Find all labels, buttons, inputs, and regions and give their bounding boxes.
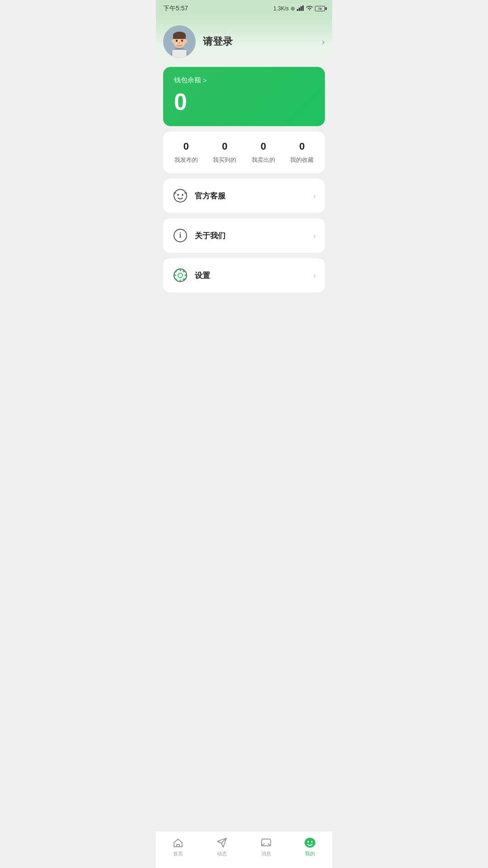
svg-point-10	[176, 40, 178, 42]
profile-left: 请登录	[163, 25, 233, 58]
status-time: 下午5:57	[163, 5, 188, 13]
main-content: 钱包余额 > 0 0 我发布的 0 我买到的 0 我卖出的 0 我的收藏	[156, 69, 332, 346]
nav-mine[interactable]: 我的	[288, 835, 333, 859]
nav-home[interactable]: 首页	[156, 835, 200, 859]
nav-message[interactable]: 消息	[244, 835, 288, 859]
bluetooth-icon: ⊛	[291, 5, 295, 12]
svg-rect-21	[180, 269, 181, 271]
wallet-balance: 0	[174, 90, 314, 113]
profile-chevron: ›	[322, 37, 325, 47]
svg-point-33	[311, 841, 313, 843]
status-bar: 下午5:57 1.3K/s ⊛ 78	[156, 0, 332, 16]
wallet-card[interactable]: 钱包余额 > 0	[163, 67, 325, 126]
about-us-item[interactable]: i 关于我们 ›	[163, 218, 325, 253]
svg-rect-29	[177, 844, 179, 847]
signal-icon	[297, 5, 304, 12]
customer-service-left: 官方客服	[172, 188, 225, 204]
wallet-chevron: >	[203, 77, 206, 84]
settings-item[interactable]: 设置 ›	[163, 258, 325, 292]
profile-row[interactable]: 请登录 ›	[163, 25, 325, 58]
svg-point-16	[182, 194, 183, 196]
svg-point-15	[177, 194, 179, 196]
svg-rect-24	[184, 275, 187, 276]
svg-rect-6	[172, 50, 187, 58]
stat-sold-value: 0	[261, 141, 266, 152]
about-us-left: i 关于我们	[172, 227, 225, 244]
status-icons: 1.3K/s ⊛ 78	[273, 5, 325, 12]
home-icon	[172, 837, 184, 849]
about-us-icon: i	[172, 227, 188, 244]
svg-rect-3	[302, 5, 304, 11]
settings-chevron: ›	[313, 271, 316, 280]
customer-service-icon	[172, 188, 188, 204]
bottom-nav: 首页 动态 消息	[156, 831, 332, 868]
svg-point-12	[172, 39, 174, 43]
header-section: 请登录 ›	[156, 16, 332, 69]
customer-service-label: 官方客服	[195, 191, 225, 201]
customer-service-chevron: ›	[313, 191, 316, 201]
nav-message-label: 消息	[261, 850, 271, 857]
nav-feed-label: 动态	[217, 850, 227, 857]
svg-point-20	[178, 273, 183, 278]
svg-point-11	[181, 40, 183, 42]
settings-icon	[172, 267, 188, 283]
stats-card: 0 我发布的 0 我买到的 0 我卖出的 0 我的收藏	[163, 132, 325, 173]
about-us-chevron: ›	[313, 231, 316, 241]
nav-mine-label: 我的	[305, 850, 315, 857]
wallet-label: 钱包余额 >	[174, 76, 314, 85]
login-prompt: 请登录	[203, 35, 233, 48]
svg-point-14	[174, 189, 187, 202]
svg-rect-2	[300, 6, 302, 11]
stat-bought-label: 我买到的	[213, 156, 236, 164]
about-us-label: 关于我们	[195, 231, 225, 241]
stat-favorites[interactable]: 0 我的收藏	[283, 141, 322, 164]
stat-favorites-label: 我的收藏	[290, 156, 314, 164]
stat-bought[interactable]: 0 我买到的	[206, 141, 244, 164]
stat-published-value: 0	[183, 141, 189, 152]
svg-rect-1	[299, 8, 300, 11]
svg-rect-22	[180, 279, 181, 282]
customer-service-item[interactable]: 官方客服 ›	[163, 179, 325, 213]
svg-point-31	[305, 838, 315, 848]
stat-sold[interactable]: 0 我卖出的	[244, 141, 283, 164]
network-speed: 1.3K/s	[273, 5, 289, 12]
settings-left: 设置	[172, 267, 210, 283]
stat-bought-value: 0	[222, 141, 227, 152]
svg-rect-0	[297, 9, 298, 11]
mine-icon	[304, 837, 316, 849]
svg-rect-23	[174, 275, 176, 276]
settings-label: 设置	[195, 270, 210, 281]
svg-rect-9	[173, 34, 186, 39]
message-icon	[260, 837, 272, 849]
nav-feed[interactable]: 动态	[200, 835, 244, 859]
stat-favorites-value: 0	[299, 141, 305, 152]
svg-point-13	[184, 39, 187, 43]
svg-text:i: i	[179, 231, 182, 239]
battery-icon: 78	[315, 6, 325, 11]
stat-sold-label: 我卖出的	[252, 156, 275, 164]
svg-point-32	[307, 841, 309, 843]
feed-icon	[216, 837, 228, 849]
nav-home-label: 首页	[173, 850, 183, 857]
stat-published-label: 我发布的	[174, 156, 198, 164]
avatar	[163, 25, 196, 58]
wifi-icon	[306, 5, 313, 12]
stat-published[interactable]: 0 我发布的	[167, 141, 206, 164]
